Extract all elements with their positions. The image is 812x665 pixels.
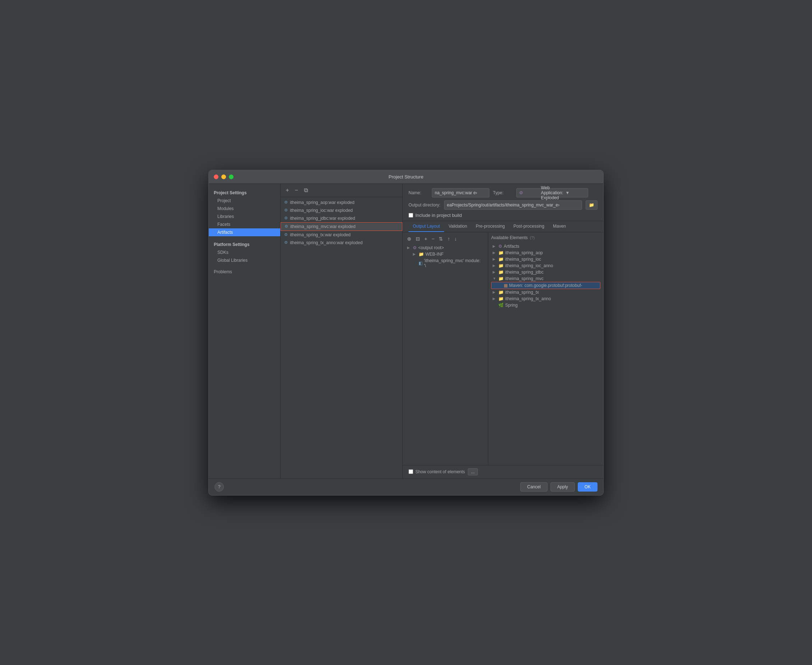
show-content-label: Show content of elements <box>408 469 465 474</box>
layout-down-button[interactable]: ↓ <box>453 235 458 242</box>
layout-add-button[interactable]: ⊕ <box>406 235 413 242</box>
chevron-right-icon: ▶ <box>492 257 497 261</box>
avail-spring[interactable]: 🌿 Spring <box>491 302 600 308</box>
layout-up-button[interactable]: ↑ <box>446 235 451 242</box>
artifact-list: ⚙ itheima_spring_aop:war exploded ⚙ ithe… <box>281 197 402 478</box>
artifact-item-ioc[interactable]: ⚙ itheima_spring_ioc:war exploded <box>281 206 402 215</box>
name-input[interactable] <box>432 188 489 198</box>
artifact-detail-panel: Name: Type: ⚙ Web Application: Exploded … <box>403 184 603 478</box>
artifact-item-mvc[interactable]: ⚙ itheima_spring_mvc:war exploded <box>281 222 402 231</box>
artifact-item-tx-anno[interactable]: ⚙ itheima_spring_tx_anno:war exploded <box>281 239 402 247</box>
artifact-icon: ⚙ <box>284 208 288 213</box>
artifact-config-top: Name: Type: ⚙ Web Application: Exploded … <box>403 184 603 221</box>
chevron-down-icon: ▼ <box>492 277 497 280</box>
sidebar-item-sdks[interactable]: SDKs <box>209 249 280 256</box>
output-dir-label: Output directory: <box>408 203 441 208</box>
project-structure-dialog: Project Structure Project Settings Proje… <box>208 170 604 496</box>
ok-button[interactable]: OK <box>578 482 597 491</box>
show-content-checkbox[interactable] <box>408 469 413 474</box>
available-elements-header: Available Elements (?) <box>491 235 600 240</box>
type-label: Type: <box>493 190 513 195</box>
folder-icon: 📁 <box>498 250 504 255</box>
name-label: Name: <box>408 190 428 195</box>
avail-jdbc[interactable]: ▶ 📁 itheima_spring_jdbc <box>491 269 600 275</box>
output-dir-input[interactable] <box>444 200 582 210</box>
include-row: Include in project build <box>408 213 597 218</box>
layout-minus-button[interactable]: − <box>430 235 436 242</box>
type-select[interactable]: ⚙ Web Application: Exploded ▼ <box>516 188 588 198</box>
sidebar-item-global-libraries[interactable]: Global Libraries <box>209 256 280 264</box>
layout-toolbar: ⊕ ⊟ + − ⇅ ↑ ↓ <box>406 235 485 242</box>
sidebar-item-facets[interactable]: Facets <box>209 221 280 228</box>
avail-mvc[interactable]: ▼ 📁 itheima_spring_mvc <box>491 275 600 282</box>
chevron-right-icon: ▶ <box>407 246 412 249</box>
layout-add-alt-button[interactable]: + <box>423 235 429 242</box>
browse-dir-button[interactable]: 📁 <box>586 200 597 210</box>
avail-tx-anno[interactable]: ▶ 📁 itheima_spring_tx_anno <box>491 295 600 302</box>
footer-left: ? <box>215 482 517 491</box>
chevron-right-icon: ▶ <box>492 296 497 301</box>
output-layout-tree: ⊕ ⊟ + − ⇅ ↑ ↓ ▶ ⚙ <output root> ▶ <box>403 232 488 465</box>
dialog-footer: ? Cancel Apply OK <box>209 478 603 495</box>
chevron-right-icon: ▶ <box>492 270 497 274</box>
tab-output-layout[interactable]: Output Layout <box>408 221 444 232</box>
avail-aop[interactable]: ▶ 📁 itheima_spring_aop <box>491 249 600 256</box>
copy-artifact-button[interactable]: ⧉ <box>302 187 309 194</box>
artifacts-icon: ⚙ <box>498 244 502 249</box>
available-elements-panel: Available Elements (?) ▶ ⚙ Artifacts ▶ 📁… <box>488 232 603 465</box>
tabs-bar: Output Layout Validation Pre-processing … <box>403 221 603 232</box>
sidebar-item-libraries[interactable]: Libraries <box>209 213 280 221</box>
output-root-icon: ⚙ <box>413 245 417 250</box>
sidebar-item-project[interactable]: Project <box>209 197 280 205</box>
folder-icon: 📁 <box>498 296 504 301</box>
tree-webinf[interactable]: ▶ 📁 WEB-INF <box>406 251 485 257</box>
artifacts-list-panel: + − ⧉ ⚙ itheima_spring_aop:war exploded … <box>281 184 403 478</box>
avail-ioc[interactable]: ▶ 📁 itheima_spring_ioc <box>491 256 600 262</box>
content-area: Project Settings Project Modules Librari… <box>209 184 603 478</box>
tab-post-processing[interactable]: Post-processing <box>509 221 549 232</box>
cancel-button[interactable]: Cancel <box>520 482 547 491</box>
name-row: Name: Type: ⚙ Web Application: Exploded … <box>408 188 597 198</box>
artifact-icon: ⚙ <box>285 224 288 229</box>
tab-validation[interactable]: Validation <box>444 221 471 232</box>
artifact-item-aop[interactable]: ⚙ itheima_spring_aop:war exploded <box>281 198 402 206</box>
output-dir-row: Output directory: 📁 <box>408 200 597 210</box>
chevron-right-icon: ▶ <box>413 252 417 256</box>
avail-maven-protobuf[interactable]: ▦ Maven: com.google.protobuf:protobuf- <box>491 282 600 289</box>
type-select-icon: ⚙ <box>519 190 539 195</box>
help-button[interactable]: ? <box>215 482 224 491</box>
include-in-build-label: Include in project build <box>415 213 462 218</box>
artifact-icon: ⚙ <box>284 216 288 221</box>
avail-ioc-anno[interactable]: ▶ 📁 itheima_spring_ioc_anno <box>491 262 600 269</box>
include-in-build-checkbox[interactable] <box>408 213 413 218</box>
minimize-button[interactable] <box>221 175 226 179</box>
layout-sort-button[interactable]: ⇅ <box>437 235 445 242</box>
traffic-lights <box>214 175 233 179</box>
tree-module[interactable]: ◧ 'itheima_spring_mvc' module: '\ <box>406 257 485 269</box>
apply-button[interactable]: Apply <box>550 482 575 491</box>
spring-icon: 🌿 <box>498 303 504 308</box>
artifact-icon: ⚙ <box>284 240 288 245</box>
chevron-down-icon: ▼ <box>566 190 585 195</box>
remove-artifact-button[interactable]: − <box>293 187 299 194</box>
sidebar-item-artifacts[interactable]: Artifacts <box>209 228 280 236</box>
layout-remove-button[interactable]: ⊟ <box>414 235 422 242</box>
artifact-item-jdbc[interactable]: ⚙ itheima_spring_jdbc:war exploded <box>281 215 402 222</box>
chevron-right-icon: ▶ <box>492 290 497 294</box>
folder-icon: 📁 <box>498 290 504 295</box>
ellipsis-button[interactable]: ... <box>468 468 478 475</box>
artifact-icon: ⚙ <box>284 232 288 237</box>
folder-icon: 📁 <box>418 252 424 257</box>
avail-artifacts[interactable]: ▶ ⚙ Artifacts <box>491 243 600 249</box>
close-button[interactable] <box>214 175 218 179</box>
tab-maven[interactable]: Maven <box>549 221 570 232</box>
maven-icon: ▦ <box>504 283 508 288</box>
artifact-item-tx[interactable]: ⚙ itheima_spring_tx:war exploded <box>281 231 402 239</box>
sidebar-item-problems[interactable]: Problems <box>209 268 280 276</box>
sidebar-item-modules[interactable]: Modules <box>209 205 280 213</box>
add-artifact-button[interactable]: + <box>284 187 290 194</box>
avail-tx[interactable]: ▶ 📁 itheima_spring_tx <box>491 289 600 295</box>
tab-pre-processing[interactable]: Pre-processing <box>471 221 509 232</box>
maximize-button[interactable] <box>229 175 233 179</box>
tree-output-root[interactable]: ▶ ⚙ <output root> <box>406 244 485 251</box>
